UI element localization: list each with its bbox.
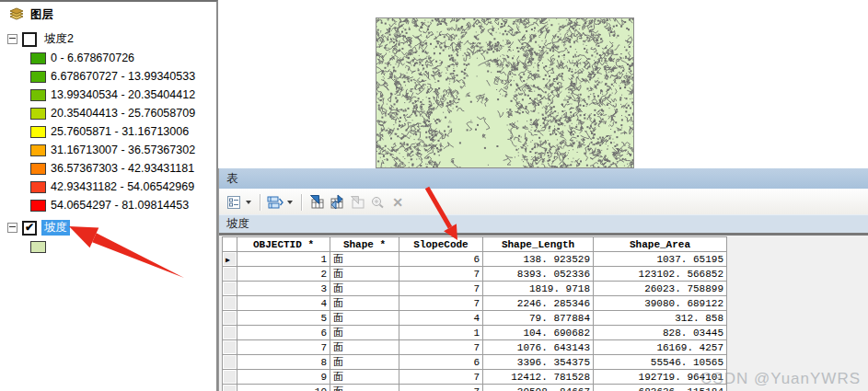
table-cell[interactable]: 面 bbox=[330, 326, 399, 340]
table-cell[interactable]: 面 bbox=[330, 252, 399, 267]
table-cell[interactable]: 4 bbox=[237, 296, 330, 311]
table-cell[interactable]: 138. 923529 bbox=[483, 252, 594, 267]
table-cell[interactable]: 123102. 566852 bbox=[594, 267, 727, 282]
legend-swatch[interactable] bbox=[30, 144, 46, 156]
switch-selection-icon[interactable] bbox=[328, 193, 346, 212]
table-cell[interactable]: 6 bbox=[237, 326, 330, 340]
table-cell[interactable]: 面 bbox=[330, 282, 399, 296]
collapse-icon[interactable] bbox=[7, 223, 17, 233]
table-cell[interactable]: 1819. 9718 bbox=[483, 282, 594, 296]
table-cell[interactable]: 1076. 643143 bbox=[483, 340, 594, 355]
table-cell[interactable]: 828. 03445 bbox=[594, 326, 727, 340]
row-selector[interactable] bbox=[223, 267, 237, 282]
related-tables-dropdown-icon[interactable] bbox=[287, 201, 293, 204]
row-selector[interactable] bbox=[223, 370, 237, 385]
table-options-dropdown-icon[interactable] bbox=[246, 201, 251, 204]
legend-label: 20.35404413 - 25.76058709 bbox=[51, 107, 195, 120]
table-cell[interactable]: 7 bbox=[399, 370, 483, 385]
select-highlighted-icon[interactable] bbox=[307, 193, 326, 212]
legend-item[interactable]: 31.16713007 - 36.57367302 bbox=[30, 141, 216, 159]
row-selector[interactable]: ▶ bbox=[223, 252, 237, 267]
layer-item-slope[interactable]: ✔ 坡度 bbox=[7, 220, 216, 236]
layer-label[interactable]: 坡度2 bbox=[41, 31, 76, 47]
table-cell[interactable]: 312. 858 bbox=[594, 311, 727, 326]
legend-item[interactable]: 6.678670727 - 13.99340533 bbox=[30, 67, 216, 86]
table-cell[interactable]: 104. 690682 bbox=[483, 326, 594, 340]
legend-swatch[interactable] bbox=[30, 163, 46, 175]
legend-swatch[interactable] bbox=[30, 241, 46, 253]
table-cell[interactable]: 26023. 758899 bbox=[594, 282, 727, 296]
table-cell[interactable]: 12412. 781528 bbox=[483, 370, 594, 385]
legend-item[interactable]: 36.57367303 - 42.93431181 bbox=[30, 159, 216, 178]
layer-label-selected[interactable]: 坡度 bbox=[41, 220, 70, 236]
row-selector[interactable] bbox=[223, 326, 237, 340]
table-cell[interactable]: 3396. 354375 bbox=[483, 355, 594, 370]
table-cell[interactable]: 面 bbox=[330, 311, 399, 326]
table-cell[interactable]: 面 bbox=[330, 340, 399, 355]
map-view[interactable] bbox=[376, 17, 634, 168]
legend-item[interactable] bbox=[30, 237, 216, 256]
table-cell[interactable]: 39080. 689122 bbox=[594, 296, 727, 311]
table-cell[interactable]: 5 bbox=[237, 311, 330, 326]
table-cell[interactable]: 面 bbox=[330, 370, 399, 385]
row-selector[interactable] bbox=[223, 340, 237, 355]
legend-swatch[interactable] bbox=[30, 181, 46, 193]
table-cell[interactable]: 9 bbox=[237, 370, 330, 385]
related-tables-icon[interactable] bbox=[266, 193, 284, 212]
table-cell[interactable]: 1 bbox=[237, 252, 330, 267]
table-tab-slope[interactable]: 坡度 bbox=[219, 214, 868, 236]
column-header[interactable]: Shape_Length bbox=[483, 237, 594, 252]
table-cell[interactable]: 6 bbox=[399, 252, 483, 267]
table-cell[interactable]: 55546. 10565 bbox=[594, 355, 727, 370]
table-cell[interactable]: 39508. 84667 bbox=[483, 385, 594, 391]
table-cell[interactable]: 7 bbox=[399, 267, 483, 282]
legend-item[interactable]: 20.35404413 - 25.76058709 bbox=[30, 104, 216, 122]
table-cell[interactable]: 2 bbox=[237, 267, 330, 282]
table-cell[interactable]: 10 bbox=[237, 385, 330, 391]
column-header[interactable]: SlopeCode bbox=[399, 237, 483, 252]
table-cell[interactable]: 7 bbox=[399, 385, 483, 391]
legend-swatch[interactable] bbox=[30, 71, 46, 83]
table-cell[interactable]: 面 bbox=[330, 267, 399, 282]
legend-item[interactable]: 54.0654297 - 81.09814453 bbox=[30, 196, 216, 214]
table-cell[interactable]: 8393. 052336 bbox=[483, 267, 594, 282]
row-selector[interactable] bbox=[223, 296, 237, 311]
table-cell[interactable]: 79. 877884 bbox=[483, 311, 594, 326]
table-cell[interactable]: 7 bbox=[399, 340, 483, 355]
column-header[interactable]: Shape_Area bbox=[594, 237, 727, 252]
row-selector[interactable] bbox=[223, 355, 237, 370]
table-options-icon[interactable] bbox=[225, 193, 243, 212]
legend-item[interactable]: 0 - 6.678670726 bbox=[30, 49, 216, 67]
table-cell[interactable]: 面 bbox=[330, 355, 399, 370]
layer-item-slope2[interactable]: 坡度2 bbox=[7, 31, 216, 47]
layer-checkbox-checked[interactable]: ✔ bbox=[22, 221, 37, 236]
table-cell[interactable]: 2246. 285346 bbox=[483, 296, 594, 311]
table-cell[interactable]: 4 bbox=[399, 311, 483, 326]
legend-item[interactable]: 25.7605871 - 31.16713006 bbox=[30, 122, 216, 141]
table-cell[interactable]: 7 bbox=[399, 282, 483, 296]
legend-swatch[interactable] bbox=[30, 89, 46, 101]
legend-swatch[interactable] bbox=[30, 108, 46, 120]
table-cell[interactable]: 8 bbox=[237, 355, 330, 370]
legend-swatch[interactable] bbox=[30, 200, 46, 212]
table-cell[interactable]: 16169. 4257 bbox=[594, 340, 727, 355]
table-cell[interactable]: 1037. 65195 bbox=[594, 252, 727, 267]
collapse-icon[interactable] bbox=[7, 34, 17, 44]
layer-checkbox-unchecked[interactable] bbox=[22, 32, 37, 47]
table-cell[interactable]: 面 bbox=[330, 385, 399, 391]
table-cell[interactable]: 面 bbox=[330, 296, 399, 311]
table-cell[interactable]: 6 bbox=[399, 355, 483, 370]
table-cell[interactable]: 1 bbox=[399, 326, 483, 340]
column-header[interactable]: Shape * bbox=[330, 237, 399, 252]
column-header[interactable]: OBJECTID * bbox=[237, 237, 330, 252]
table-cell[interactable]: 3 bbox=[237, 282, 330, 296]
table-cell[interactable]: 7 bbox=[237, 340, 330, 355]
row-selector[interactable] bbox=[223, 385, 237, 391]
legend-item[interactable]: 42.93431182 - 54.06542969 bbox=[30, 178, 216, 196]
row-selector[interactable] bbox=[223, 311, 237, 326]
legend-swatch[interactable] bbox=[30, 52, 46, 64]
table-cell[interactable]: 7 bbox=[399, 296, 483, 311]
legend-swatch[interactable] bbox=[30, 126, 46, 138]
row-selector[interactable] bbox=[223, 282, 237, 296]
legend-item[interactable]: 13.99340534 - 20.35404412 bbox=[30, 86, 216, 104]
